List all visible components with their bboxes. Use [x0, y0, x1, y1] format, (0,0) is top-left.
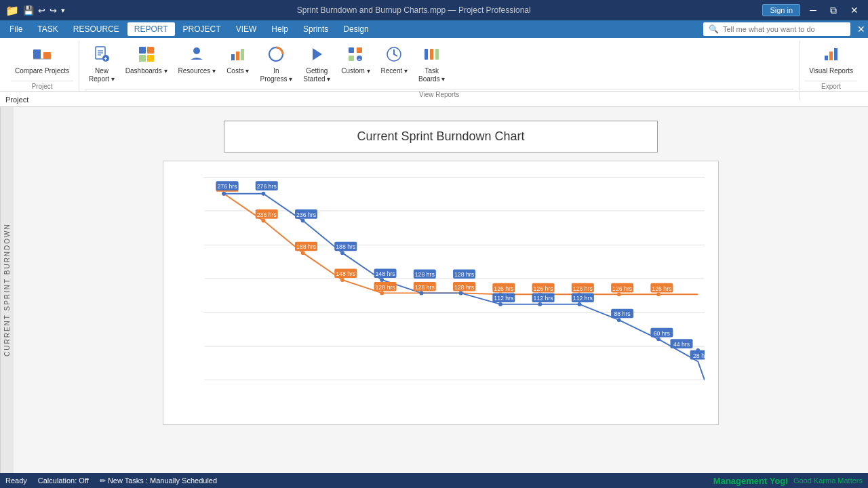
pencil-icon: ✏ [100, 476, 106, 485]
menu-file[interactable]: File [3, 22, 29, 36]
svg-point-68 [656, 292, 660, 296]
in-progress-label: InProgress [260, 67, 292, 83]
ribbon-close-icon[interactable]: ✕ [857, 24, 865, 35]
ribbon-group-compare: Compare Projects Project [5, 41, 79, 92]
title-bar-right: Sign in ─ ⧉ ✕ [762, 3, 863, 18]
svg-point-77 [538, 302, 542, 306]
search-input[interactable] [723, 25, 845, 33]
in-progress-icon [265, 43, 287, 65]
svg-point-72 [340, 251, 344, 255]
svg-point-61 [380, 291, 384, 295]
svg-rect-10 [147, 47, 154, 54]
svg-text:60 hrs: 60 hrs [654, 330, 671, 337]
menu-view[interactable]: VIEW [229, 22, 264, 36]
quick-redo[interactable]: ↪ [50, 5, 57, 16]
quick-undo[interactable]: ↩ [38, 5, 45, 16]
close-button[interactable]: ✕ [846, 3, 863, 17]
svg-rect-16 [241, 49, 244, 60]
svg-point-79 [617, 318, 621, 322]
svg-rect-26 [430, 49, 433, 60]
compare-projects-button[interactable]: Compare Projects [11, 41, 73, 78]
svg-rect-12 [147, 55, 154, 62]
svg-rect-29 [829, 52, 833, 60]
visual-reports-button[interactable]: Visual Reports [805, 41, 857, 78]
restore-button[interactable]: ⧉ [826, 3, 841, 18]
ribbon-section-project: Project [11, 81, 73, 92]
svg-text:236 hrs: 236 hrs [296, 211, 317, 218]
svg-text:128 hrs: 128 hrs [415, 284, 435, 291]
svg-text:236 hrs: 236 hrs [257, 211, 277, 218]
recent-label: Recent [381, 67, 408, 75]
svg-text:148 hrs: 148 hrs [375, 270, 395, 277]
svg-rect-9 [139, 47, 146, 54]
svg-text:128 hrs: 128 hrs [375, 284, 395, 291]
recent-icon [383, 43, 405, 65]
task-boards-button[interactable]: TaskBoards [414, 41, 449, 86]
burndown-chart: 300 hrs 250 hrs 200 hrs 150 hrs 100 hrs … [204, 175, 705, 384]
ribbon-group-export: Visual Reports Export [800, 41, 863, 92]
title-bar-title: Sprint Burndown and Burnup Charts.mpp — … [297, 5, 531, 15]
ribbon-group-reports: + NewReport Dashboards Resources [79, 41, 800, 100]
app-icon: 📁 [5, 4, 19, 17]
menu-resource[interactable]: RESOURCE [66, 22, 126, 36]
svg-text:128 hrs: 128 hrs [415, 271, 435, 278]
svg-rect-1 [43, 52, 51, 59]
getting-started-button[interactable]: GettingStarted [299, 41, 334, 86]
svg-point-59 [301, 251, 305, 255]
svg-text:126 hrs: 126 hrs [573, 285, 593, 292]
svg-text:+: + [104, 56, 107, 62]
dashboards-label: Dashboards [125, 67, 167, 75]
menu-report[interactable]: REPORT [127, 22, 175, 36]
svg-text:88 hrs: 88 hrs [614, 310, 631, 317]
quick-save[interactable]: 💾 [23, 5, 34, 16]
svg-text:112 hrs: 112 hrs [534, 295, 554, 302]
search-icon: 🔍 [709, 24, 719, 34]
svg-text:112 hrs: 112 hrs [573, 295, 593, 302]
menu-help[interactable]: Help [264, 22, 295, 36]
menu-task[interactable]: TASK [31, 22, 64, 36]
tagline: Good Karma Matters [793, 476, 863, 485]
svg-rect-30 [834, 48, 837, 60]
new-report-button[interactable]: + NewReport [85, 41, 119, 86]
quick-misc[interactable]: ▾ [61, 6, 65, 15]
svg-point-67 [617, 292, 621, 296]
svg-point-75 [459, 291, 463, 295]
chart-title: Current Sprint Burndown Chart [224, 121, 658, 152]
ribbon-export-label: Export [805, 81, 857, 92]
search-bar[interactable]: 🔍 [703, 22, 850, 36]
new-report-icon: + [91, 43, 113, 65]
svg-text:126 hrs: 126 hrs [494, 285, 514, 292]
main-content: CURRENT SPRINT BURNDOWN Current Sprint B… [0, 107, 868, 473]
in-progress-button[interactable]: InProgress [256, 41, 296, 86]
status-calculation: Calculation: Off [38, 476, 89, 485]
svg-text:112 hrs: 112 hrs [494, 295, 514, 302]
svg-rect-28 [825, 56, 828, 60]
status-bar: Ready Calculation: Off ✏ New Tasks : Man… [0, 473, 868, 488]
svg-point-76 [498, 302, 502, 306]
sidebar-label: CURRENT SPRINT BURNDOWN [0, 107, 14, 473]
svg-point-13 [193, 47, 200, 54]
svg-rect-27 [435, 49, 439, 60]
svg-point-73 [380, 278, 384, 282]
costs-button[interactable]: Costs [222, 41, 253, 78]
svg-rect-21 [349, 56, 354, 61]
menu-sprints[interactable]: Sprints [296, 22, 335, 36]
svg-text:44 hrs: 44 hrs [673, 341, 690, 348]
menu-project[interactable]: PROJECT [176, 22, 228, 36]
new-report-label: NewReport [89, 67, 115, 83]
recent-button[interactable]: Recent [377, 41, 412, 78]
custom-button[interactable]: + Custom [337, 41, 374, 78]
minimize-button[interactable]: ─ [806, 3, 821, 17]
dashboards-button[interactable]: Dashboards [121, 41, 172, 78]
svg-point-58 [261, 219, 265, 223]
title-bar: 📁 💾 ↩ ↪ ▾ Sprint Burndown and Burnup Cha… [0, 0, 868, 20]
svg-rect-15 [236, 52, 239, 60]
chart-wrapper: 300 hrs 250 hrs 200 hrs 150 hrs 100 hrs … [163, 161, 719, 425]
resources-button[interactable]: Resources [174, 41, 220, 78]
custom-label: Custom [341, 67, 370, 75]
sign-in-button[interactable]: Sign in [762, 4, 800, 16]
status-new-tasks: ✏ New Tasks : Manually Scheduled [100, 476, 217, 485]
menu-design[interactable]: Design [336, 22, 375, 36]
svg-rect-20 [357, 47, 362, 53]
svg-marker-18 [313, 48, 322, 60]
